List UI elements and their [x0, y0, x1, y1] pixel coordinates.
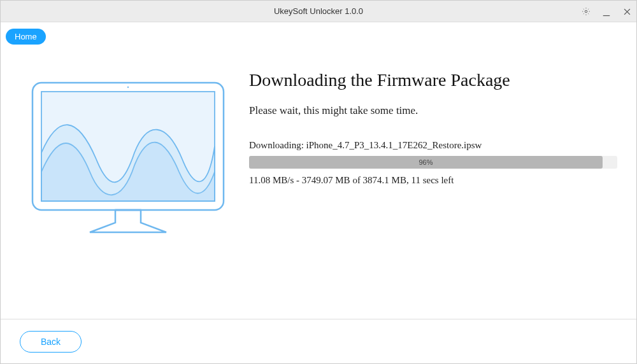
titlebar: UkeySoft Unlocker 1.0.0 _ — [1, 1, 636, 22]
illustration — [20, 70, 236, 312]
info-panel: Downloading the Firmware Package Please … — [236, 70, 617, 312]
footer: Back — [1, 319, 636, 363]
tab-home[interactable]: Home — [6, 29, 46, 45]
window-controls: _ — [580, 1, 633, 22]
progress-percent-label: 96% — [419, 158, 433, 166]
tab-row: Home — [1, 22, 636, 45]
downloading-filename: iPhone_4.7_P3_13.4.1_17E262_Restore.ipsw — [306, 140, 482, 150]
svg-point-0 — [585, 10, 587, 13]
page-heading: Downloading the Firmware Package — [249, 70, 617, 90]
monitor-icon — [26, 76, 230, 248]
downloading-label: Downloading: iPhone_4.7_P3_13.4.1_17E262… — [249, 140, 617, 151]
app-window: UkeySoft Unlocker 1.0.0 _ Home — [0, 0, 637, 364]
back-button[interactable]: Back — [20, 331, 82, 353]
progress-fill: 96% — [249, 156, 603, 169]
download-stats: 11.08 MB/s - 3749.07 MB of 3874.1 MB, 11… — [249, 175, 617, 186]
minimize-icon[interactable]: _ — [601, 4, 612, 15]
content-area: Downloading the Firmware Package Please … — [1, 45, 636, 319]
svg-point-5 — [127, 87, 129, 88]
close-icon[interactable] — [621, 6, 633, 17]
page-subtext: Please wait, this might take some time. — [249, 104, 617, 117]
progress-bar: 96% — [249, 156, 617, 169]
window-title: UkeySoft Unlocker 1.0.0 — [1, 6, 636, 16]
settings-icon[interactable] — [580, 6, 592, 17]
downloading-prefix: Downloading: — [249, 140, 306, 150]
